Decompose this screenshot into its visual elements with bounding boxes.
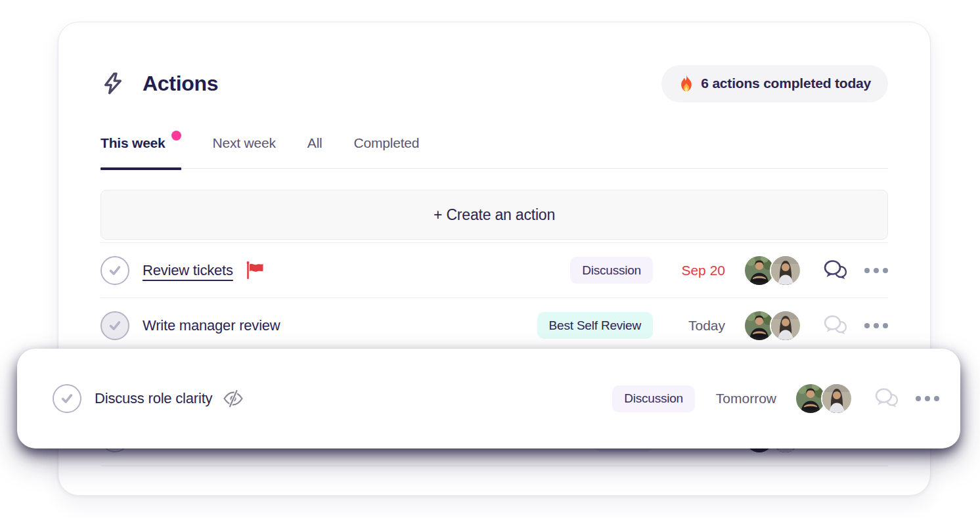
avatar: [770, 255, 801, 286]
list-divider: [100, 466, 888, 466]
avatar-group: [744, 255, 801, 286]
due-date: Tomorrow: [704, 391, 776, 406]
tab-label: This week: [100, 135, 166, 150]
complete-checkbox[interactable]: [53, 384, 81, 413]
complete-checkbox[interactable]: [100, 256, 129, 285]
category-badge: Best Self Review: [537, 312, 653, 339]
streak-badge: 6 actions completed today: [661, 65, 888, 102]
tab-next-week[interactable]: Next week: [213, 135, 276, 151]
screenshot-canvas: Actions 6 actions completed today This w…: [0, 0, 980, 524]
tab-all[interactable]: All: [307, 135, 323, 151]
tab-label: All: [307, 135, 323, 150]
action-title[interactable]: Review tickets: [143, 262, 233, 279]
comments-icon[interactable]: [824, 315, 847, 336]
action-title[interactable]: Discuss role clarity: [95, 390, 212, 407]
due-date: Today: [662, 318, 725, 334]
tab-label: Next week: [213, 135, 276, 150]
lightning-bolt-icon: [100, 71, 125, 96]
action-title[interactable]: Write manager review: [143, 317, 280, 334]
active-tab-underline: [100, 167, 181, 170]
page-title: Actions: [143, 72, 218, 96]
tab-completed[interactable]: Completed: [354, 135, 420, 151]
action-row-write-manager-review[interactable]: Write manager review Best Self Review To…: [100, 297, 888, 353]
comments-icon[interactable]: [824, 260, 847, 281]
category-badge: Discussion: [570, 257, 653, 284]
more-menu-button[interactable]: [916, 393, 939, 404]
more-menu-button[interactable]: [864, 265, 888, 276]
due-date: Sep 20: [662, 263, 725, 278]
avatar-group: [795, 383, 853, 414]
avatar-group: [744, 310, 801, 341]
comments-icon[interactable]: [875, 388, 899, 409]
dragged-action-card[interactable]: Discuss role clarity Discussion Tomorrow: [17, 349, 960, 448]
red-flag-icon: [244, 260, 265, 281]
avatar: [770, 310, 801, 341]
create-action-button[interactable]: + Create an action: [100, 190, 888, 240]
action-row-review-tickets[interactable]: Review tickets Discussion Sep 20: [100, 242, 888, 297]
panel-header: Actions 6 actions completed today: [100, 64, 888, 102]
avatar: [821, 383, 853, 414]
complete-checkbox[interactable]: [100, 311, 129, 340]
more-menu-button[interactable]: [864, 320, 888, 331]
tab-label: Completed: [354, 135, 420, 150]
eye-off-icon: [223, 389, 244, 408]
fire-icon: [679, 74, 694, 93]
streak-badge-label: 6 actions completed today: [701, 76, 871, 91]
category-badge: Discussion: [612, 385, 695, 412]
notification-dot: [171, 131, 181, 141]
tab-bar: This week Next week All Completed: [100, 135, 888, 169]
tab-this-week[interactable]: This week: [100, 135, 181, 151]
